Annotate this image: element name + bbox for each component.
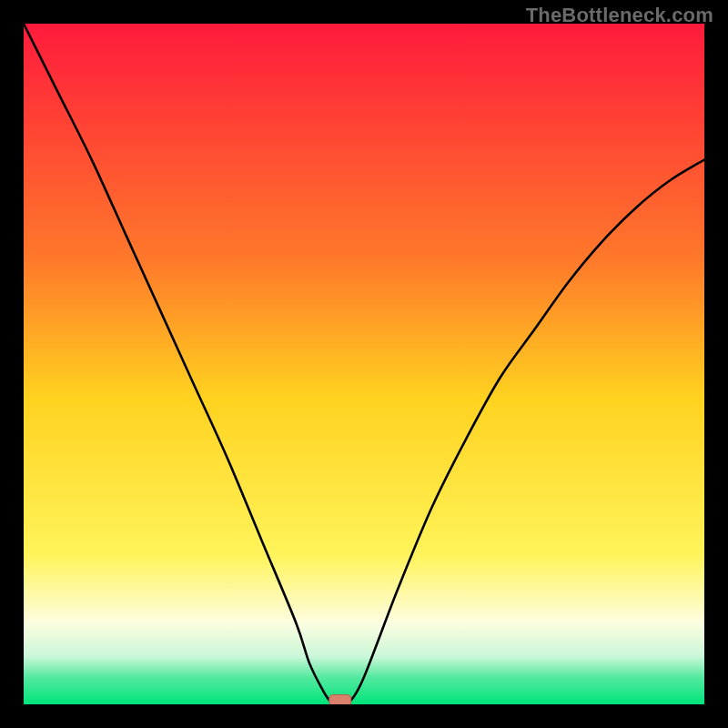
plot-area [24,24,704,704]
chart-svg [24,24,704,704]
chart-frame: TheBottleneck.com [0,0,728,728]
watermark-text: TheBottleneck.com [526,4,713,27]
gradient-background [24,24,704,704]
optimal-marker [329,695,351,704]
